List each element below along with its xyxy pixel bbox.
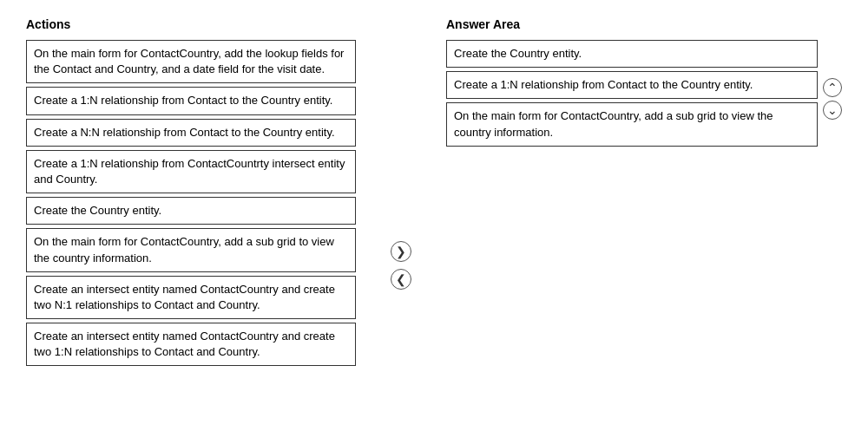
action-item-action-8[interactable]: Create an intersect entity named Contact… [26,323,356,366]
actions-title: Actions [26,17,356,31]
action-item-action-4[interactable]: Create a 1:N relationship from ContactCo… [26,150,356,193]
answer-list: Create the Country entity.Create a 1:N r… [446,40,818,147]
action-item-action-5[interactable]: Create the Country entity. [26,197,356,225]
transfer-arrows: ❯ ❮ [391,17,411,427]
answer-item-answer-3[interactable]: On the main form for ContactCountry, add… [446,102,818,146]
answer-section: Answer Area Create the Country entity.Cr… [446,17,842,427]
answer-item-answer-2[interactable]: Create a 1:N relationship from Contact t… [446,71,818,99]
order-arrows: ⌃ ⌄ [823,17,842,120]
move-down-button[interactable]: ⌄ [823,101,842,120]
actions-column: Actions On the main form for ContactCoun… [26,17,356,427]
action-item-action-2[interactable]: Create a 1:N relationship from Contact t… [26,87,356,114]
move-right-button[interactable]: ❯ [391,241,411,262]
answer-title: Answer Area [446,17,818,31]
move-up-button[interactable]: ⌃ [823,78,842,97]
answer-column: Answer Area Create the Country entity.Cr… [446,17,818,150]
action-item-action-3[interactable]: Create a N:N relationship from Contact t… [26,119,356,147]
move-left-button[interactable]: ❮ [391,269,411,290]
action-item-action-1[interactable]: On the main form for ContactCountry, add… [26,40,356,83]
action-item-action-6[interactable]: On the main form for ContactCountry, add… [26,228,356,271]
answer-item-answer-1[interactable]: Create the Country entity. [446,40,818,68]
action-item-action-7[interactable]: Create an intersect entity named Contact… [26,276,356,319]
actions-list: On the main form for ContactCountry, add… [26,40,356,366]
